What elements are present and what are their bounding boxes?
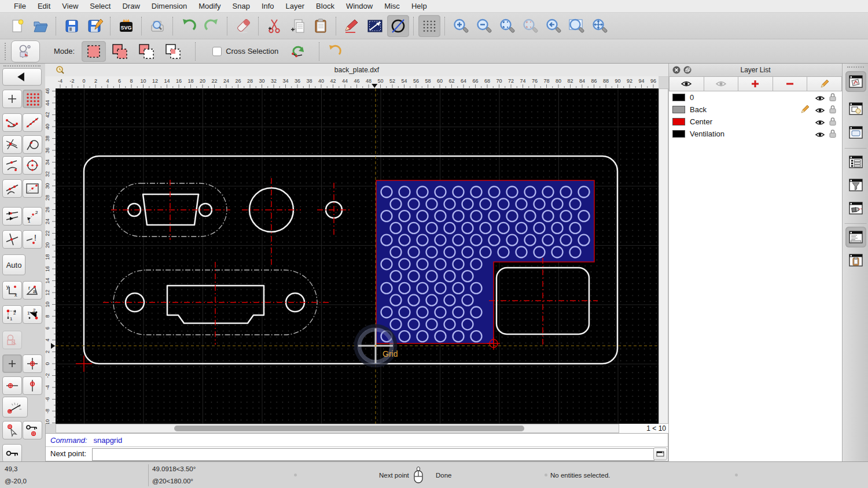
add-layer-button[interactable] — [738, 76, 773, 91]
selection-tools-button[interactable] — [11, 40, 40, 62]
layer-row-ventilation[interactable]: Ventilation — [669, 128, 842, 140]
deselect-button[interactable] — [287, 40, 309, 62]
dock-clipboard-button[interactable] — [845, 250, 866, 271]
layer-color-swatch[interactable] — [672, 118, 685, 125]
open-file-button[interactable] — [30, 15, 52, 37]
edit-layer-button[interactable] — [807, 76, 842, 91]
remove-layer-button[interactable] — [773, 76, 808, 91]
undo-selection-button[interactable] — [324, 40, 346, 62]
dock-selection-filter-button[interactable] — [845, 175, 866, 195]
layer-visibility-icon[interactable] — [815, 94, 825, 103]
snap-free-button[interactable] — [2, 90, 22, 108]
restrict-nothing-button[interactable]: ! — [23, 230, 42, 249]
snap-tangent-button[interactable] — [23, 135, 42, 154]
zoom-out-button[interactable] — [473, 15, 495, 37]
dock-library-browser-button[interactable] — [845, 122, 866, 143]
zoom-back-button[interactable] — [542, 15, 564, 37]
print-preview-button[interactable] — [146, 15, 168, 37]
snap-middle-button[interactable] — [2, 156, 22, 175]
snap-auto-button[interactable]: Auto — [2, 254, 25, 275]
restrict-box-button[interactable] — [23, 179, 42, 198]
menu-help[interactable]: Help — [406, 0, 433, 13]
command-input[interactable] — [92, 448, 654, 461]
menu-dimension[interactable]: Dimension — [146, 0, 193, 13]
menu-view[interactable]: View — [56, 0, 84, 13]
relzero-grid-button[interactable] — [23, 354, 42, 373]
menu-info[interactable]: Info — [256, 0, 280, 13]
relative-coords-button[interactable]: 12 — [2, 305, 22, 324]
close-panel-icon[interactable] — [672, 66, 681, 74]
vertical-scrollbar[interactable] — [659, 88, 668, 424]
dock-pen-palette-button[interactable] — [845, 198, 866, 219]
snap-center-button[interactable] — [23, 156, 42, 175]
layer-lock-icon[interactable] — [828, 117, 837, 126]
lock-cursor-button[interactable] — [2, 421, 22, 439]
redo-button[interactable] — [201, 15, 223, 37]
horizontal-scrollbar[interactable] — [56, 424, 619, 433]
restrict-orthogonal-button[interactable] — [2, 230, 22, 249]
command-window-toggle-button[interactable] — [653, 448, 667, 460]
layer-color-swatch[interactable] — [672, 94, 685, 101]
layer-lock-icon[interactable] — [828, 129, 837, 138]
snap-intersection-button[interactable] — [2, 135, 22, 154]
menu-select[interactable]: Select — [84, 0, 116, 13]
menu-file[interactable]: File — [8, 0, 32, 13]
pen-edit-button[interactable] — [341, 15, 363, 37]
layer-visibility-icon[interactable] — [815, 130, 825, 139]
show-all-layers-button[interactable] — [669, 76, 704, 91]
menu-window[interactable]: Window — [340, 0, 378, 13]
absolute-coords-button[interactable]: 12 — [23, 305, 42, 324]
dock-block-list-button[interactable] — [845, 98, 866, 119]
dock-entity-list-button[interactable] — [845, 151, 866, 172]
mode-intersect-selection-button[interactable] — [161, 41, 186, 62]
line-tool-icon-button[interactable] — [364, 15, 386, 37]
save-as-button[interactable] — [84, 15, 106, 37]
palette-back-button[interactable] — [2, 68, 42, 86]
copy-button[interactable] — [286, 15, 308, 37]
layer-row-center[interactable]: Center — [669, 116, 842, 128]
snap-manual-button[interactable] — [2, 207, 22, 225]
snap-grid-button[interactable] — [23, 90, 42, 108]
mode-new-selection-button[interactable] — [82, 41, 106, 62]
menu-draw[interactable]: Draw — [116, 0, 145, 13]
new-file-button[interactable] — [6, 15, 28, 37]
hide-all-layers-button[interactable] — [704, 76, 739, 91]
dock-layer-list-button[interactable] — [845, 71, 866, 92]
cross-selection-checkbox[interactable] — [212, 47, 222, 56]
menu-edit[interactable]: Edit — [32, 0, 56, 13]
menu-layer[interactable]: Layer — [280, 0, 311, 13]
snap-distance-points-button[interactable]: 12 — [23, 207, 42, 225]
coordinate-cartesian-button[interactable]: yx — [2, 281, 22, 300]
key-button[interactable] — [2, 444, 22, 463]
zoom-in-button[interactable] — [450, 15, 472, 37]
svg-export-button[interactable]: SVG — [115, 15, 137, 37]
layer-visibility-icon[interactable] — [815, 106, 825, 115]
zoom-window-button[interactable] — [565, 15, 587, 37]
detach-panel-icon[interactable] — [683, 66, 692, 74]
relzero-free-button[interactable] — [2, 354, 22, 373]
layer-visibility-icon[interactable] — [815, 118, 825, 127]
dock-command-line-button[interactable] — [845, 227, 866, 247]
layer-color-swatch[interactable] — [672, 130, 685, 138]
layer-lock-icon[interactable] — [828, 105, 837, 114]
undo-button[interactable] — [178, 15, 200, 37]
relzero-left-button[interactable] — [2, 376, 22, 395]
drawing-canvas[interactable]: Grid — [56, 88, 659, 424]
save-button[interactable] — [61, 15, 83, 37]
circle-tool-icon-button[interactable] — [387, 15, 409, 37]
zoom-previous-button[interactable] — [519, 15, 541, 37]
paste-button[interactable] — [310, 15, 332, 37]
lock-relzero-button[interactable] — [23, 421, 42, 439]
menu-block[interactable]: Block — [310, 0, 340, 13]
menu-modify[interactable]: Modify — [193, 0, 226, 13]
angle-gauge-button[interactable] — [2, 397, 28, 417]
cut-button[interactable] — [263, 15, 285, 37]
grid-toggle-button[interactable] — [418, 15, 440, 37]
snap-on-entity-button[interactable] — [23, 113, 42, 132]
coordinate-polar-button[interactable]: ra — [23, 281, 42, 300]
layer-row-0[interactable]: 0 — [669, 91, 842, 103]
mode-subtract-selection-button[interactable] — [135, 41, 159, 62]
selection-disabled-button[interactable] — [2, 331, 22, 349]
layer-color-swatch[interactable] — [672, 106, 685, 113]
layer-row-back[interactable]: Back — [669, 103, 842, 116]
